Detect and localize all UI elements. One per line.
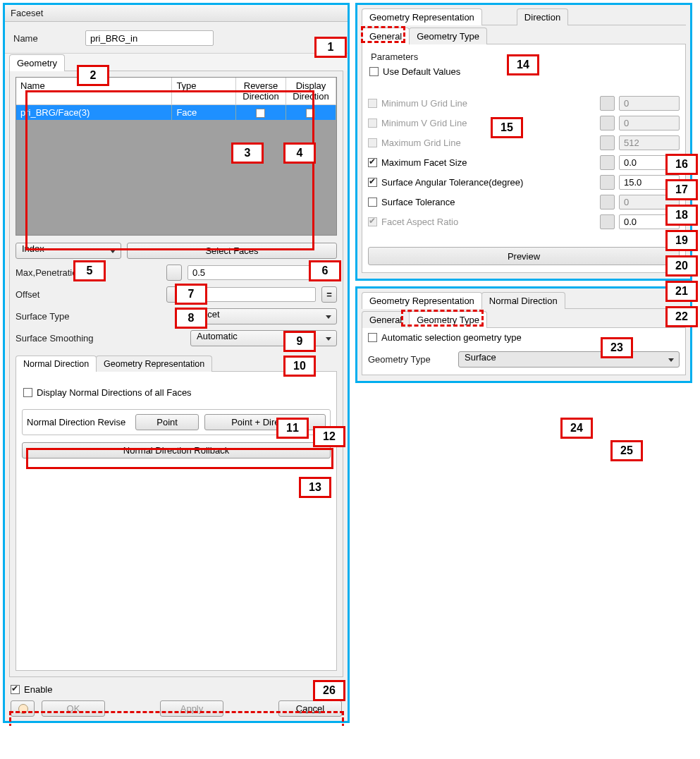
geometry-type-select[interactable]: Surface [458, 351, 680, 368]
callout-8: 8 [175, 308, 207, 329]
callout-15: 15 [491, 117, 523, 138]
max-penetration-picker[interactable] [166, 265, 182, 281]
callout-13: 13 [299, 477, 331, 498]
normal-revise-label: Normal Direction Revise [27, 417, 125, 427]
geometry-type-label: Geometry Type [368, 354, 453, 365]
callout-14: 14 [507, 54, 539, 75]
callout-1: 1 [314, 37, 347, 58]
callout-21: 21 [665, 281, 698, 302]
min-v-grid-checkbox[interactable]: Minimum V Grid Line [368, 118, 467, 128]
enable-label: Enable [24, 684, 52, 695]
callout-6: 6 [309, 260, 341, 281]
min-u-grid-input[interactable] [619, 96, 680, 111]
facet-aspect-ratio-picker[interactable] [600, 214, 615, 229]
surface-type-label: Surface Type [16, 311, 185, 322]
offset-label: Offset [16, 289, 109, 300]
callout-20: 20 [665, 255, 698, 277]
r2-tab-geometry-representation[interactable]: Geometry Representation [362, 292, 482, 309]
max-facet-size-checkbox[interactable]: Maximum Facet Size [368, 157, 467, 168]
callout-24: 24 [560, 418, 593, 439]
max-facet-size-label: Maximum Facet Size [381, 157, 467, 168]
callout-25: 25 [610, 440, 643, 461]
callout-23: 23 [601, 337, 633, 358]
min-v-grid-label: Minimum V Grid Line [381, 118, 467, 128]
surface-type-select[interactable]: Facet [190, 308, 337, 324]
window-title: Faceset [5, 5, 348, 22]
surface-angular-tol-picker[interactable] [600, 175, 615, 190]
callout-16: 16 [665, 154, 698, 175]
r1-tab-direction[interactable]: Direction [517, 8, 568, 25]
use-default-values-label: Use Default Values [383, 66, 460, 77]
min-v-grid-input[interactable] [619, 116, 680, 130]
min-u-grid-picker[interactable] [600, 96, 615, 111]
surface-angular-tol-label: Surface Angular Tolerance(degree) [381, 177, 523, 188]
name-input[interactable] [85, 30, 214, 46]
r1-subtab-geometry-type[interactable]: Geometry Type [409, 28, 487, 44]
max-grid-label: Maximum Grid Line [381, 138, 461, 148]
facet-aspect-ratio-label: Facet Aspect Ratio [381, 217, 458, 227]
max-facet-size-picker[interactable] [600, 155, 615, 170]
callout-18: 18 [665, 205, 698, 226]
r2-tab-normal-direction[interactable]: Normal Direction [481, 292, 565, 309]
preview-button[interactable]: Preview [368, 247, 680, 265]
display-normal-all-label: Display Normal Directions of all Faces [37, 387, 192, 398]
callout-17: 17 [665, 179, 698, 200]
surface-angular-tol-checkbox[interactable]: Surface Angular Tolerance(degree) [368, 177, 523, 188]
callout-5: 5 [73, 260, 106, 281]
callout-10: 10 [283, 356, 316, 377]
subtab-geometry-representation[interactable]: Geometry Representation [96, 356, 212, 372]
callout-12: 12 [313, 426, 345, 447]
offset-eq-button[interactable]: = [321, 286, 337, 303]
use-default-values-checkbox[interactable]: Use Default Values [369, 66, 460, 77]
min-v-grid-picker[interactable] [600, 116, 615, 130]
max-grid-checkbox[interactable]: Maximum Grid Line [368, 138, 461, 148]
tab-geometry[interactable]: Geometry [9, 54, 65, 71]
surface-tolerance-picker[interactable] [600, 195, 615, 210]
display-normal-all-checkbox[interactable]: Display Normal Directions of all Faces [23, 387, 192, 398]
callout-3: 3 [231, 142, 264, 164]
callout-22: 22 [665, 306, 698, 327]
facet-aspect-ratio-checkbox[interactable]: Facet Aspect Ratio [368, 217, 458, 227]
surface-smoothing-label: Surface Smoothing [16, 333, 185, 344]
max-grid-input[interactable] [619, 135, 680, 150]
surface-tolerance-checkbox[interactable]: Surface Tolerance [368, 197, 455, 207]
callout-19: 19 [665, 230, 698, 251]
auto-selection-geometry-type-label: Automatic selection geometry type [381, 332, 522, 343]
point-button[interactable]: Point [135, 414, 199, 430]
max-penetration-input[interactable] [188, 265, 316, 280]
surface-tolerance-label: Surface Tolerance [381, 197, 455, 207]
callout-26: 26 [313, 680, 345, 701]
min-u-grid-label: Minimum U Grid Line [381, 98, 467, 109]
callout-9: 9 [283, 331, 316, 352]
callout-4: 4 [283, 142, 316, 164]
min-u-grid-checkbox[interactable]: Minimum U Grid Line [368, 98, 467, 109]
enable-checkbox[interactable]: Enable [11, 684, 52, 695]
subtab-normal-direction[interactable]: Normal Direction [16, 356, 97, 372]
callout-11: 11 [276, 418, 309, 439]
name-label: Name [13, 33, 77, 44]
callout-2: 2 [77, 65, 109, 86]
r1-tab-geometry-representation[interactable]: Geometry Representation [362, 8, 482, 25]
callout-7: 7 [175, 284, 207, 305]
auto-selection-geometry-type-checkbox[interactable]: Automatic selection geometry type [368, 332, 522, 343]
max-grid-picker[interactable] [600, 135, 615, 150]
